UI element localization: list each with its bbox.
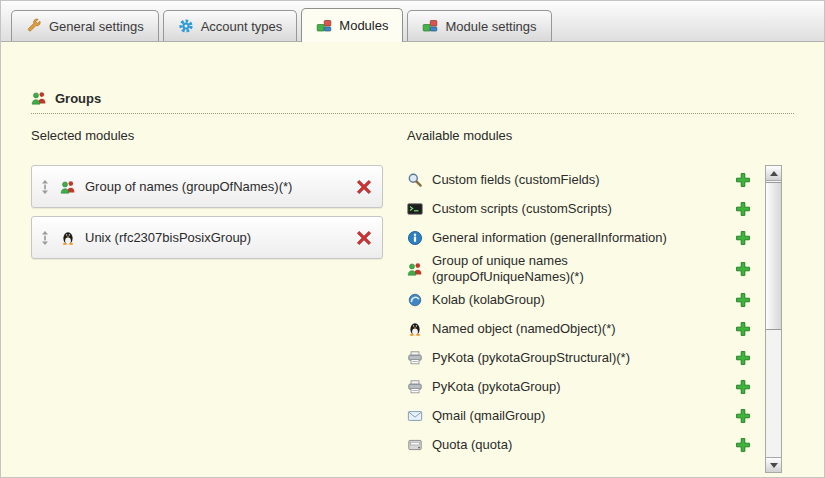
delete-module-button[interactable] [356,230,372,246]
groups-section-heading: Groups [31,90,794,114]
tab-label: Account types [201,19,283,34]
tab-bar: General settings Account types Modules M… [1,1,824,42]
add-plus-icon [735,379,751,395]
tab-label: General settings [49,19,144,34]
module-columns: Selected modules Group of names (groupOf… [31,128,794,459]
add-plus-icon [735,230,751,246]
module-label: PyKota (pykotaGroup) [432,379,706,395]
tab-modules[interactable]: Modules [301,8,403,42]
add-module-button[interactable] [735,201,750,216]
add-plus-icon [735,261,751,277]
available-module-row: Custom fields (customFields) [407,165,794,194]
scroll-thumb[interactable] [766,182,781,330]
group-icon [407,261,423,277]
available-module-row: General information (generalInformation) [407,223,794,252]
module-label: Named object (namedObject)(*) [432,321,706,337]
kolab-icon [407,292,423,308]
drag-handle-icon[interactable] [40,179,50,195]
printer-icon [407,379,423,395]
available-module-row: Quota (quota) [407,430,794,459]
triangle-up-icon [770,171,778,176]
module-settings-icon [422,18,438,34]
lam-config-page: General settings Account types Modules M… [0,0,825,478]
tab-module-settings[interactable]: Module settings [407,10,551,41]
info-icon [407,230,423,246]
tab-label: Module settings [445,19,536,34]
module-label: PyKota (pykotaGroupStructural)(*) [432,350,706,366]
modules-tab-panel: Groups Selected modules Group of names (… [1,42,824,459]
add-plus-icon [735,172,751,188]
gear-icon [178,18,194,34]
tab-general-settings[interactable]: General settings [11,10,159,41]
add-module-button[interactable] [735,437,750,452]
selected-module-row[interactable]: Unix (rfc2307bisPosixGroup) [31,216,383,259]
add-module-button[interactable] [735,379,750,394]
module-label: Group of names (groupOfNames)(*) [85,179,356,194]
add-module-button[interactable] [735,408,750,423]
available-modules-column: Available modules Custom fields (customF… [407,128,794,459]
modules-icon [316,18,332,34]
add-module-button[interactable] [735,321,750,336]
printer-icon [407,350,423,366]
module-label: Custom scripts (customScripts) [432,201,706,217]
magnifier-icon [407,172,423,188]
add-plus-icon [735,321,751,337]
selected-modules-title: Selected modules [31,128,383,143]
delete-x-icon [356,179,372,195]
available-module-row: Qmail (qmailGroup) [407,401,794,430]
available-module-row: PyKota (pykotaGroup) [407,372,794,401]
add-module-button[interactable] [735,292,750,307]
add-module-button[interactable] [735,261,750,276]
module-label: Custom fields (customFields) [432,172,706,188]
available-modules-title: Available modules [407,128,794,143]
delete-x-icon [356,230,372,246]
add-plus-icon [735,437,751,453]
triangle-down-icon [770,463,778,468]
module-label: Quota (quota) [432,437,706,453]
mail-icon [407,408,423,424]
available-modules-list: Custom fields (customFields) Custom scri… [407,165,794,459]
available-module-row: Group of unique names (groupOfUniqueName… [407,252,794,285]
add-plus-icon [735,292,751,308]
disk-icon [407,437,423,453]
tab-account-types[interactable]: Account types [163,10,298,41]
module-label: Kolab (kolabGroup) [432,292,706,308]
section-title: Groups [55,91,101,106]
module-label: Qmail (qmailGroup) [432,408,706,424]
add-plus-icon [735,201,751,217]
add-plus-icon [735,408,751,424]
tux-icon [60,230,76,246]
terminal-icon [407,201,423,217]
add-module-button[interactable] [735,172,750,187]
scroll-up-button[interactable] [766,166,781,181]
drag-handle-icon[interactable] [40,230,50,246]
group-icon [31,90,47,106]
add-module-button[interactable] [735,350,750,365]
scrollbar[interactable] [765,165,782,473]
add-module-button[interactable] [735,230,750,245]
delete-module-button[interactable] [356,179,372,195]
module-label: General information (generalInformation) [432,230,706,246]
module-label: Group of unique names (groupOfUniqueName… [432,253,706,284]
selected-modules-column: Selected modules Group of names (groupOf… [31,128,383,459]
tux-icon [407,321,423,337]
available-module-row: PyKota (pykotaGroupStructural)(*) [407,343,794,372]
selected-module-row[interactable]: Group of names (groupOfNames)(*) [31,165,383,208]
tab-label: Modules [339,18,388,33]
available-module-row: Named object (namedObject)(*) [407,314,794,343]
available-module-row: Kolab (kolabGroup) [407,285,794,314]
scroll-down-button[interactable] [766,457,781,472]
add-plus-icon [735,350,751,366]
wrench-icon [26,18,42,34]
group-icon [60,179,76,195]
module-label: Unix (rfc2307bisPosixGroup) [85,230,356,245]
available-module-row: Custom scripts (customScripts) [407,194,794,223]
